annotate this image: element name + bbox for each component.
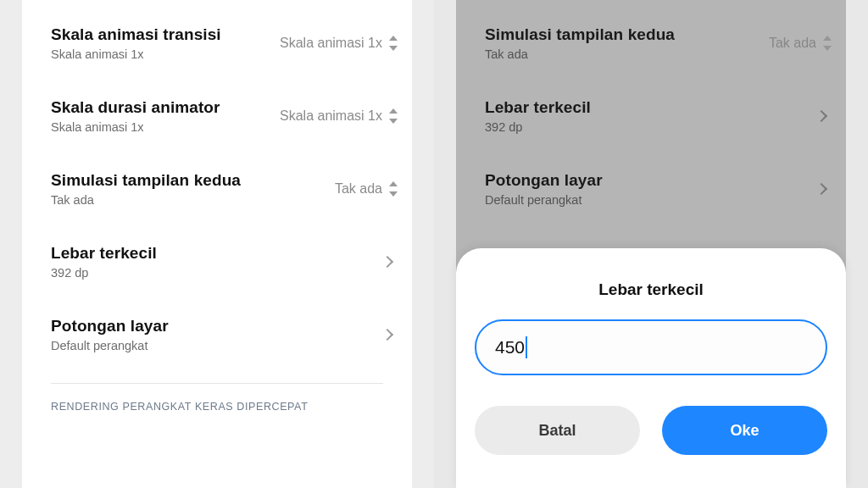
item-smallest-width[interactable]: Lebar terkecil 392 dp [22,225,412,298]
cancel-label: Batal [538,422,576,440]
smallest-width-input[interactable]: 450 [475,319,827,375]
ok-label: Oke [730,422,759,440]
settings-panel-left: Skala animasi transisi Skala animasi 1x … [22,0,412,488]
item-animator-duration[interactable]: Skala durasi animator Skala animasi 1x S… [22,80,412,152]
item-title: Simulasi tampilan kedua [51,171,241,190]
item-sub: 392 dp [51,266,157,280]
item-sub: Tak ada [51,193,241,207]
item-secondary-display[interactable]: Simulasi tampilan kedua Tak ada Tak ada [22,152,412,225]
item-title: Skala durasi animator [51,98,220,117]
updown-icon [387,107,398,125]
item-value: Skala animasi 1x [280,36,382,51]
item-transition-scale[interactable]: Skala animasi transisi Skala animasi 1x … [22,7,412,80]
item-value: Skala animasi 1x [280,108,382,124]
item-title: Potongan layar [51,317,169,336]
ok-button[interactable]: Oke [662,406,827,455]
updown-icon [387,34,398,53]
item-sub: Skala animasi 1x [51,47,221,61]
item-value-group: Skala animasi 1x [280,107,398,125]
item-value: Tak ada [335,181,382,197]
settings-list: Skala animasi transisi Skala animasi 1x … [22,0,412,413]
chevron-right-icon [381,329,393,341]
cancel-button[interactable]: Batal [475,406,640,455]
item-texts: Skala durasi animator Skala animasi 1x [51,98,220,134]
item-sub: Skala animasi 1x [51,120,220,134]
updown-icon [387,180,398,198]
item-value-group: Skala animasi 1x [280,34,398,53]
text-caret [526,336,527,358]
item-texts: Simulasi tampilan kedua Tak ada [51,171,241,207]
dialog-buttons: Batal Oke [475,406,827,455]
item-texts: Skala animasi transisi Skala animasi 1x [51,25,221,61]
dialog-title: Lebar terkecil [598,280,704,299]
input-value: 450 [495,337,525,358]
left-screenshot: Skala animasi transisi Skala animasi 1x … [0,0,434,488]
item-display-cutout[interactable]: Potongan layar Default perangkat [22,298,412,371]
item-texts: Lebar terkecil 392 dp [51,244,157,280]
section-header-hw-rendering: RENDERING PERANGKAT KERAS DIPERCEPAT [22,401,412,413]
item-title: Lebar terkecil [51,244,157,263]
divider [51,383,383,384]
item-sub: Default perangkat [51,339,169,352]
item-title: Skala animasi transisi [51,25,221,44]
smallest-width-dialog: Lebar terkecil 450 Batal Oke [456,248,846,488]
chevron-right-icon [381,256,393,268]
item-value-group: Tak ada [335,180,398,198]
item-texts: Potongan layar Default perangkat [51,317,169,352]
right-screenshot: Simulasi tampilan kedua Tak ada Tak ada … [434,0,868,488]
